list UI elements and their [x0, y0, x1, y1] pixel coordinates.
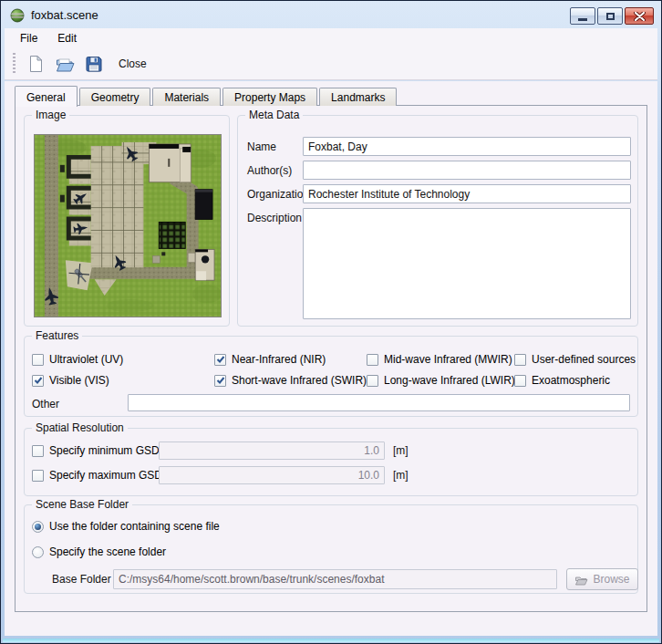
image-group-title: Image	[32, 109, 69, 121]
minimize-icon	[578, 18, 587, 21]
mwir-checkbox-label: Mid-wave Infrared (MWIR)	[384, 353, 512, 366]
min-gsd-checkbox[interactable]	[32, 445, 44, 457]
min-gsd-label: Specify minimum GSD	[49, 444, 160, 457]
uv-checkbox[interactable]	[32, 354, 44, 366]
check-mark-icon	[216, 376, 225, 385]
max-gsd-checkbox[interactable]	[32, 470, 44, 482]
description-label: Description	[247, 212, 302, 224]
open-folder-icon	[55, 54, 75, 74]
browse-button-label: Browse	[593, 573, 629, 586]
menu-edit[interactable]: Edit	[49, 30, 85, 47]
menubar: File Edit	[5, 28, 657, 47]
spatial-resolution-groupbox: Spatial Resolution Specify minimum GSD […	[24, 428, 638, 496]
titlebar[interactable]: foxbat.scene	[2, 2, 660, 28]
swir-checkbox[interactable]	[214, 375, 226, 387]
tab-property-maps[interactable]: Property Maps	[222, 88, 317, 106]
scene-base-folder-group-title: Scene Base Folder	[32, 498, 132, 511]
menu-file[interactable]: File	[12, 30, 46, 47]
tab-bar: General Geometry Materials Property Maps…	[15, 86, 398, 106]
lwir-checkbox[interactable]	[367, 375, 378, 387]
base-folder-label: Base Folder	[52, 573, 111, 586]
organization-field[interactable]	[303, 184, 631, 203]
specify-scene-folder-radio[interactable]	[32, 546, 44, 558]
max-gsd-field[interactable]	[159, 466, 385, 484]
mwir-checkbox[interactable]	[367, 354, 378, 366]
scene-preview-image	[34, 134, 222, 317]
organization-label: Organization	[247, 188, 309, 201]
app-icon	[10, 8, 25, 23]
maximize-icon	[606, 13, 615, 20]
window-title: foxbat.scene	[31, 8, 98, 22]
image-groupbox: Image	[24, 115, 230, 327]
max-gsd-unit: [m]	[393, 469, 409, 482]
tab-general[interactable]: General	[15, 86, 78, 107]
specify-scene-folder-label: Specify the scene folder	[49, 545, 166, 558]
base-folder-field[interactable]	[113, 569, 557, 589]
close-icon	[634, 12, 646, 21]
nir-checkbox-label: Near-Infrared (NIR)	[232, 353, 326, 366]
app-window: foxbat.scene File Edit	[0, 0, 662, 644]
vis-checkbox[interactable]	[32, 375, 44, 387]
tab-geometry[interactable]: Geometry	[79, 88, 151, 106]
tab-landmarks[interactable]: Landmarks	[319, 88, 397, 106]
scene-base-folder-groupbox: Scene Base Folder Use the folder contain…	[24, 504, 638, 594]
open-scene-button[interactable]	[51, 50, 78, 78]
toolbar-grip-handle[interactable]	[13, 53, 16, 75]
authors-label: Author(s)	[247, 164, 292, 177]
authors-field[interactable]	[303, 161, 631, 180]
features-group-title: Features	[32, 329, 82, 342]
use-scene-file-folder-label: Use the folder containing scene file	[49, 520, 220, 533]
metadata-group-title: Meta Data	[245, 109, 303, 121]
new-document-icon	[26, 54, 46, 74]
save-disk-icon	[84, 54, 104, 74]
features-groupbox: Features Ultraviolet (UV) Visible (VIS) …	[24, 336, 638, 417]
tab-materials[interactable]: Materials	[152, 88, 221, 106]
use-scene-file-folder-radio[interactable]	[32, 521, 44, 533]
exoatmospheric-label: Exoatmospheric	[532, 374, 610, 387]
uv-checkbox-label: Ultraviolet (UV)	[49, 353, 123, 366]
description-field[interactable]	[303, 208, 631, 319]
user-defined-sources-label: User-defined sources	[532, 353, 636, 366]
swir-checkbox-label: Short-wave Infrared (SWIR)	[232, 374, 367, 387]
other-field[interactable]	[128, 394, 630, 411]
metadata-groupbox: Meta Data Name Author(s) Organization De…	[237, 115, 638, 327]
check-mark-icon	[216, 355, 225, 364]
vis-checkbox-label: Visible (VIS)	[49, 374, 109, 387]
window-controls	[570, 7, 654, 25]
close-button[interactable]	[625, 7, 654, 25]
lwir-checkbox-label: Long-wave Infrared (LWIR)	[384, 374, 515, 387]
min-gsd-field[interactable]	[159, 441, 385, 460]
client-area: General Geometry Materials Property Maps…	[5, 81, 657, 636]
name-field[interactable]	[303, 137, 631, 156]
new-scene-button[interactable]	[22, 50, 49, 78]
window-bottom-highlight	[3, 639, 659, 642]
max-gsd-label: Specify maximum GSD	[49, 469, 162, 482]
browse-folder-icon	[574, 574, 588, 586]
close-scene-button[interactable]: Close	[109, 50, 156, 78]
spatial-resolution-group-title: Spatial Resolution	[32, 421, 128, 434]
radio-dot-icon	[35, 524, 41, 530]
save-scene-button[interactable]	[80, 50, 108, 78]
min-gsd-unit: [m]	[393, 444, 409, 457]
browse-button[interactable]: Browse	[566, 568, 638, 590]
name-label: Name	[247, 140, 276, 153]
toolbar: Close	[5, 47, 657, 80]
check-mark-icon	[34, 376, 43, 385]
maximize-button[interactable]	[597, 7, 623, 25]
other-label: Other	[32, 398, 59, 410]
user-defined-sources-checkbox[interactable]	[514, 354, 526, 366]
exoatmospheric-checkbox[interactable]	[514, 375, 526, 387]
nir-checkbox[interactable]	[214, 354, 226, 366]
minimize-button[interactable]	[570, 7, 595, 25]
general-tab-page: Image	[15, 105, 647, 612]
